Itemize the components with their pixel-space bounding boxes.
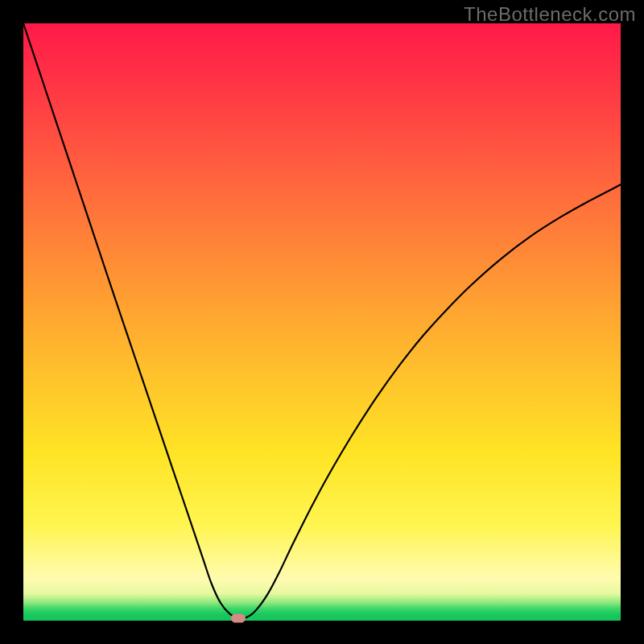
plot-area xyxy=(23,23,621,621)
bottleneck-curve xyxy=(23,23,621,618)
chart-stage: TheBottleneck.com xyxy=(0,0,644,644)
watermark-text: TheBottleneck.com xyxy=(464,3,636,26)
optimal-point-marker xyxy=(231,614,246,623)
curve-svg xyxy=(23,23,621,621)
